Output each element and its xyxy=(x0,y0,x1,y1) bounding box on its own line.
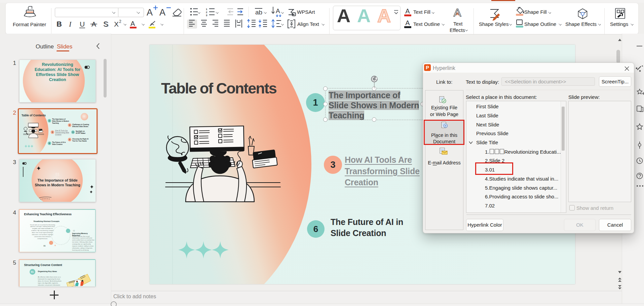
svg-text:Challenges in Creating: Challenges in Creating xyxy=(72,124,89,125)
svg-text:2: 2 xyxy=(206,11,207,14)
svg-text:I: I xyxy=(69,20,72,28)
svg-text:Effective Slide Shows: Effective Slide Shows xyxy=(72,126,88,127)
svg-text:6: 6 xyxy=(49,142,50,144)
svg-text:Revolutionizing: Revolutionizing xyxy=(42,62,73,67)
svg-text:A: A xyxy=(159,7,165,17)
svg-text:B: B xyxy=(56,20,62,28)
svg-text:The Importance of Slide: The Importance of Slide xyxy=(37,178,77,182)
svg-text:Teaching: Teaching xyxy=(52,122,59,124)
svg-text:1: 1 xyxy=(49,120,50,122)
svg-text:Choosing the Right AI: Choosing the Right AI xyxy=(72,138,88,140)
svg-text:Creation: Creation xyxy=(49,77,66,82)
svg-text:U: U xyxy=(80,20,85,28)
svg-text:Tool for Your Needs: Tool for Your Needs xyxy=(72,140,87,142)
svg-text:Table of Contents: Table of Contents xyxy=(22,114,46,117)
svg-text:4: 4 xyxy=(73,131,74,133)
svg-text:S: S xyxy=(103,20,108,28)
svg-text:A: A xyxy=(405,19,410,27)
svg-text:A: A xyxy=(130,20,135,27)
svg-text:ab: ab xyxy=(255,9,262,16)
svg-text:A: A xyxy=(276,7,280,14)
svg-text:3: 3 xyxy=(206,14,207,17)
svg-text:Transforming Slide: Transforming Slide xyxy=(55,132,69,133)
svg-text:01: 01 xyxy=(55,172,60,176)
svg-text:2: 2 xyxy=(69,124,70,126)
svg-text:AI PPT Maker: AI PPT Maker xyxy=(76,132,86,134)
svg-text:2: 2 xyxy=(119,19,121,24)
svg-text:A: A xyxy=(357,5,371,26)
svg-text:Creation: Creation xyxy=(55,134,62,136)
svg-text:A: A xyxy=(147,7,153,17)
svg-text:Slide Shows in Modern: Slide Shows in Modern xyxy=(52,120,69,122)
svg-text:Slide Creation: Slide Creation xyxy=(52,144,63,145)
svg-text:3: 3 xyxy=(52,131,53,133)
svg-text:5: 5 xyxy=(69,139,70,141)
svg-text:A: A xyxy=(337,5,350,26)
svg-text:The Future of AI in: The Future of AI in xyxy=(52,142,66,143)
svg-text:A: A xyxy=(405,7,410,15)
svg-text:Shows in Modern Teaching: Shows in Modern Teaching xyxy=(35,183,80,187)
svg-text:A: A xyxy=(377,5,391,26)
svg-text:How AI Tools Are: How AI Tools Are xyxy=(55,130,68,131)
svg-text:Education: AI Tools for: Education: AI Tools for xyxy=(35,67,80,72)
svg-text:Spotlight on: Spotlight on xyxy=(76,130,85,132)
svg-text:X: X xyxy=(114,20,119,28)
svg-text:1: 1 xyxy=(206,8,207,11)
svg-text:The Importance of: The Importance of xyxy=(52,118,66,120)
svg-text:A: A xyxy=(456,11,459,16)
svg-text:Effortless Slide Show: Effortless Slide Show xyxy=(36,72,79,77)
